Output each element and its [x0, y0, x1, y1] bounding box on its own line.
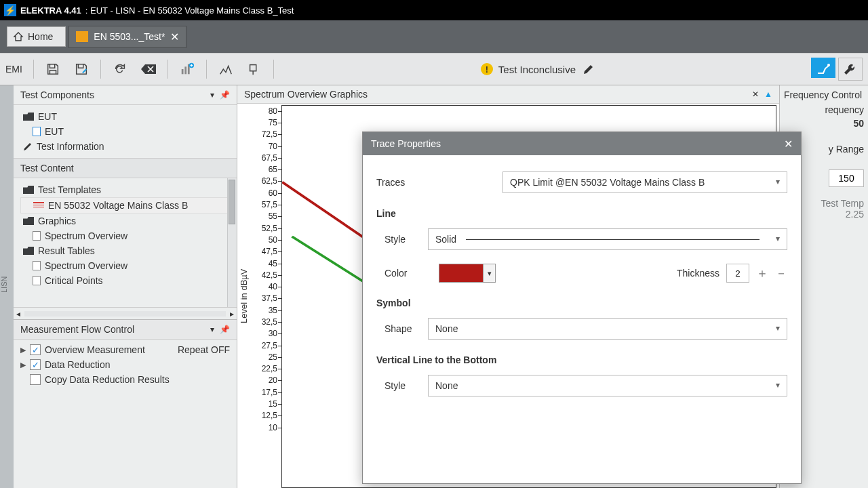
save-icon	[45, 62, 60, 77]
add-chart-button[interactable]	[175, 58, 199, 81]
tab-active[interactable]: EN 5503..._Test* ✕	[68, 26, 186, 48]
pencil-icon	[23, 142, 33, 151]
checkbox[interactable]: ✓	[30, 359, 41, 370]
tree-spectrum-overview-graphic[interactable]: Spectrum Overview	[20, 228, 234, 243]
tree-result-tables-folder[interactable]: Result Tables	[20, 243, 234, 258]
tree-label: EUT	[38, 111, 57, 122]
panel-pin-icon[interactable]: 📌	[220, 325, 230, 334]
marker-button[interactable]	[242, 58, 267, 81]
refresh-icon	[113, 62, 127, 77]
vline-style-select[interactable]: None	[428, 375, 787, 396]
vline-style-label: Style	[384, 380, 417, 391]
thickness-input[interactable]	[726, 264, 749, 283]
mfc-title: Measurement Flow Control	[20, 324, 134, 335]
save-button[interactable]	[41, 58, 65, 81]
y-tick: 17,5	[250, 386, 281, 398]
tree-test-templates[interactable]: Test Templates	[20, 182, 234, 197]
panel-pin-icon[interactable]: 📌	[220, 90, 230, 100]
app-icon: ⚡	[4, 4, 16, 16]
test-components-header: Test Components ▾ 📌	[14, 85, 237, 105]
tree-template-item[interactable]: EN 55032 Voltage Mains Class B	[20, 197, 234, 214]
tree-label: Result Tables	[38, 245, 95, 256]
checkbox[interactable]	[30, 374, 41, 385]
thickness-label: Thickness	[677, 268, 719, 279]
y-tick: 25	[250, 351, 281, 363]
traces-select[interactable]: QPK Limit @EN 55032 Voltage Mains Class …	[502, 171, 787, 193]
tree-graphics-folder[interactable]: Graphics	[20, 214, 234, 228]
npts-input[interactable]	[829, 169, 864, 187]
delete-icon	[140, 63, 157, 75]
checkbox[interactable]: ✓	[30, 344, 41, 355]
tree-eut-item[interactable]: EUT	[20, 124, 234, 139]
page-icon	[33, 231, 41, 241]
save-as-button[interactable]	[69, 58, 94, 81]
y-tick: 60	[250, 187, 281, 199]
dialog-close-button[interactable]: ✕	[784, 138, 793, 150]
scroll-right-icon[interactable]: ▸	[230, 309, 234, 319]
mfc-data-reduction-row[interactable]: ▶ ✓ Data Reduction	[20, 357, 230, 372]
expand-icon[interactable]: ▶	[20, 361, 26, 369]
tree-label: Spectrum Overview	[45, 260, 127, 271]
titlebar: ⚡ ELEKTRA 4.41 : EUT - LISN - EN 55032 V…	[0, 0, 868, 20]
tree-hscrollbar[interactable]: ◂ ▸	[14, 307, 237, 319]
wrench-button[interactable]	[838, 58, 863, 81]
tree-label: EUT	[45, 126, 64, 137]
thickness-plus-button[interactable]: ＋	[756, 265, 768, 281]
tree-label: Spectrum Overview	[45, 230, 127, 241]
dialog-titlebar[interactable]: Trace Properties ✕	[363, 132, 801, 155]
robot-arm-button[interactable]	[811, 58, 835, 78]
scroll-left-icon[interactable]: ◂	[16, 309, 20, 319]
shape-label: Shape	[384, 323, 417, 334]
analysis-button[interactable]	[214, 58, 238, 81]
folder-icon	[23, 217, 34, 225]
panel-menu-icon[interactable]: ▾	[210, 325, 214, 334]
y-tick: 20	[250, 375, 281, 386]
tree-spectrum-overview-table[interactable]: Spectrum Overview	[20, 258, 234, 273]
panel-close-icon[interactable]: ✕	[752, 89, 759, 99]
warning-icon: !	[481, 63, 493, 75]
panel-menu-icon[interactable]: ▾	[210, 90, 214, 100]
y-tick: 62,5	[250, 176, 281, 187]
panel-collapse-icon[interactable]: ▲	[764, 89, 772, 99]
mfc-copy-results-row[interactable]: ▶ Copy Data Reduction Results	[20, 372, 230, 387]
tree-label: EN 55032 Voltage Mains Class B	[48, 200, 188, 211]
expand-icon[interactable]: ▶	[20, 346, 26, 354]
robot-arm-icon	[816, 61, 831, 75]
folder-icon	[23, 186, 34, 194]
y-tick: 40	[250, 281, 281, 292]
style-label: Style	[384, 234, 417, 245]
tab-active-label: EN 5503..._Test*	[94, 31, 165, 42]
add-chart-icon	[180, 62, 195, 77]
mfc-overview-row[interactable]: ▶ ✓ Overview Measurement Repeat OFF	[20, 342, 230, 357]
y-tick: 12,5	[250, 410, 281, 422]
refresh-button[interactable]	[108, 58, 132, 81]
tree-test-information[interactable]: Test Information	[20, 139, 234, 154]
color-swatch	[439, 264, 483, 282]
thickness-minus-button[interactable]: －	[775, 265, 787, 281]
tree-label: Critical Points	[45, 275, 103, 286]
y-tick: 67,5	[250, 152, 281, 163]
color-dropdown-icon[interactable]: ▾	[483, 264, 495, 282]
tab-close-icon[interactable]: ✕	[170, 30, 179, 43]
line-section-label: Line	[376, 200, 787, 222]
mfc-label: Copy Data Reduction Results	[45, 374, 170, 385]
y-tick: 30	[250, 328, 281, 340]
symbol-shape-select[interactable]: None	[428, 318, 787, 340]
tree-eut-folder[interactable]: EUT	[20, 109, 234, 124]
frequency-control-title: Frequency Control	[784, 89, 864, 104]
emi-label: EMI	[5, 64, 22, 75]
tab-home[interactable]: Home	[7, 26, 66, 47]
side-tab-lisn[interactable]: LISN	[0, 85, 14, 488]
tree-label: Graphics	[38, 216, 76, 226]
mfc-label: Data Reduction	[45, 359, 111, 370]
edit-status-button[interactable]	[581, 62, 596, 77]
color-picker[interactable]: ▾	[439, 264, 496, 283]
delete-button[interactable]	[136, 58, 161, 81]
tree-vscrollbar[interactable]	[227, 178, 237, 307]
line-style-select[interactable]: Solid	[428, 228, 787, 250]
svg-rect-0	[182, 69, 184, 74]
tree-critical-points[interactable]: Critical Points	[20, 273, 234, 288]
y-tick: 55	[250, 211, 281, 222]
y-tick: 50	[250, 234, 281, 245]
solid-line-preview	[466, 239, 760, 240]
